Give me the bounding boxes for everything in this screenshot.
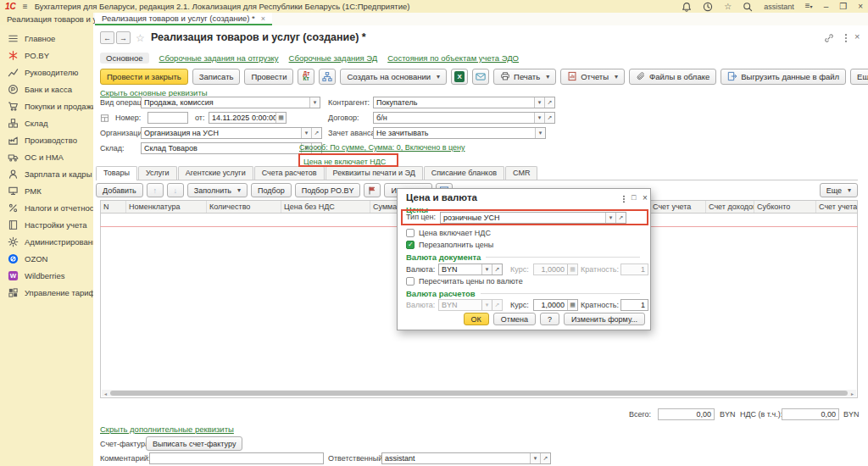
dropdown-icon[interactable]: ▾ xyxy=(301,128,311,138)
calculator-icon[interactable]: ▦ xyxy=(567,300,577,310)
col-quantity[interactable]: Количество xyxy=(207,201,281,213)
excel-export-button[interactable]: X xyxy=(451,69,468,85)
recalc-prices-label[interactable]: Пересчитать цены по валюте xyxy=(419,276,523,287)
sidebar-item-os-nma[interactable]: ОС и НМА xyxy=(0,148,93,165)
sidebar-item-purchases-sales[interactable]: Покупки и продажи xyxy=(0,97,93,114)
scroll-left-icon[interactable]: ◂ xyxy=(102,391,109,397)
price-includes-vat-checkbox[interactable] xyxy=(406,229,415,237)
sidebar-item-accounting-settings[interactable]: Настройки учета xyxy=(0,216,93,233)
show-entries-dtkt-button[interactable]: ДтКт xyxy=(298,69,314,85)
sidebar-item-poby[interactable]: PO.BY xyxy=(0,47,93,64)
dropdown-icon[interactable]: ▾ xyxy=(309,97,320,108)
operation-type-field[interactable]: Продажа, комиссия ▾ xyxy=(141,97,320,108)
issue-invoice-button[interactable]: Выписать счет-фактуру xyxy=(146,436,242,451)
ok-button[interactable]: ОК xyxy=(464,313,489,325)
cancel-button[interactable]: Отмена xyxy=(493,313,536,325)
sidebar-item-manager[interactable]: Руководителю xyxy=(0,64,93,80)
back-button[interactable]: ← xyxy=(100,31,114,44)
minimize-icon[interactable]: – xyxy=(824,3,829,11)
number-settings-icon[interactable] xyxy=(100,114,109,123)
sidebar-item-ozon[interactable]: OZON xyxy=(0,250,93,267)
dropdown-icon[interactable]: ▾ xyxy=(535,128,545,138)
contract-field[interactable]: б/н ▾ ↗ xyxy=(373,112,555,124)
calendar-icon[interactable]: ▦ xyxy=(275,113,286,123)
col-vat-account[interactable]: Счет учета НДС xyxy=(816,201,857,213)
move-row-up-button[interactable]: ↑ xyxy=(147,183,164,197)
col-subconto[interactable]: Субконто xyxy=(754,201,816,213)
current-user[interactable]: assistant xyxy=(764,3,794,11)
tab-print-requisites[interactable]: Реквизиты печати и ЭД xyxy=(326,166,423,180)
table-more-button[interactable]: Еще xyxy=(820,183,858,197)
history-icon[interactable] xyxy=(703,2,713,12)
open-icon[interactable]: ↗ xyxy=(544,113,554,123)
dropdown-icon[interactable]: ▾ xyxy=(530,453,540,463)
nav-assembly-shipment-link[interactable]: Сборочные задания на отгрузку xyxy=(159,53,279,63)
horizontal-scrollbar[interactable]: ◂ ▸ xyxy=(102,390,856,397)
col-account[interactable]: Счет учета xyxy=(650,201,706,213)
sidebar-item-tariff[interactable]: Управление тарифом xyxy=(0,284,93,301)
favorites-star-icon[interactable]: ☆ xyxy=(724,3,732,11)
sidebar-item-taxes[interactable]: Налоги и отчетность xyxy=(0,199,93,216)
dialog-help-button[interactable]: ? xyxy=(540,313,559,325)
scroll-right-icon[interactable]: ▸ xyxy=(849,391,856,397)
create-based-on-button[interactable]: Создать на основании xyxy=(340,69,447,85)
refill-prices-checkbox[interactable] xyxy=(406,241,415,249)
dropdown-icon[interactable]: ▾ xyxy=(534,113,544,123)
nav-assembly-ed-link[interactable]: Сборочные задания ЭД xyxy=(289,53,378,63)
reports-button[interactable]: Отчеты xyxy=(560,69,625,85)
tab-realization-create[interactable]: Реализация товаров и услуг (создание) * … xyxy=(95,13,272,25)
organization-field[interactable]: Организация на УСН ▾ ↗ xyxy=(141,127,322,139)
counterparty-field[interactable]: Покупатель ▾ ↗ xyxy=(373,97,555,108)
pick-button[interactable]: Подбор xyxy=(251,183,292,197)
get-link-icon[interactable] xyxy=(824,33,834,43)
tab-goods[interactable]: Товары xyxy=(96,166,137,180)
date-field[interactable]: 14.11.2025 0:00:00 ▦ xyxy=(209,112,287,124)
post-and-close-button[interactable]: Провести и закрыть xyxy=(100,69,188,85)
print-button[interactable]: Печать xyxy=(493,69,556,85)
send-email-button[interactable] xyxy=(472,69,489,85)
sidebar-item-warehouse[interactable]: Склад xyxy=(0,114,93,131)
sidebar-item-wildberries[interactable]: W Wildberries xyxy=(0,267,93,284)
dropdown-icon[interactable]: ▾ xyxy=(481,264,492,275)
sidebar-item-bank-cash[interactable]: Банк и касса xyxy=(0,80,93,97)
tab-blank-writeoff[interactable]: Списание бланков xyxy=(424,166,504,180)
sidebar-item-administration[interactable]: Администрирование xyxy=(0,233,93,250)
calc-rate-field[interactable]: 1,0000 ▦ xyxy=(533,299,578,311)
scrollbar-thumb[interactable] xyxy=(110,391,848,396)
sidebar-item-production[interactable]: Производство xyxy=(0,131,93,148)
tab-settlement-accounts[interactable]: Счета расчетов xyxy=(254,166,325,180)
open-icon[interactable]: ↗ xyxy=(492,264,502,275)
number-field[interactable] xyxy=(147,112,188,124)
document-structure-button[interactable] xyxy=(319,69,336,85)
main-menu-icon[interactable]: ≡ xyxy=(23,3,28,11)
calc-multiplicity-field[interactable]: 1 xyxy=(620,299,648,311)
refill-prices-label[interactable]: Перезаполнить цены xyxy=(419,240,493,251)
pick-poby-button[interactable]: Подбор PO.BY xyxy=(295,183,361,197)
change-form-button[interactable]: Изменить форму... xyxy=(564,313,645,325)
tab-close-icon[interactable]: × xyxy=(261,14,265,23)
col-nomenclature[interactable]: Номенклатура xyxy=(126,201,207,213)
add-row-button[interactable]: Добавить xyxy=(96,183,143,197)
sidebar-item-salary-hr[interactable]: Зарплата и кадры xyxy=(0,165,93,182)
tab-agent-services[interactable]: Агентские услуги xyxy=(178,166,253,180)
close-form-icon[interactable]: × xyxy=(854,31,860,42)
open-icon[interactable]: ↗ xyxy=(540,453,550,463)
warehouse-field[interactable]: Склад Товаров ▾ ↗ xyxy=(141,142,322,154)
col-n[interactable]: N xyxy=(101,201,126,213)
favorite-star-icon[interactable]: ☆ xyxy=(136,32,145,44)
dialog-maximize-icon[interactable]: □ xyxy=(632,193,636,202)
comment-field[interactable] xyxy=(149,452,324,464)
open-icon[interactable]: ↗ xyxy=(311,128,321,138)
service-menu-icon[interactable]: ≡▾ xyxy=(805,2,813,11)
doc-currency-field[interactable]: BYN ▾ ↗ xyxy=(438,264,503,275)
dialog-more-icon[interactable] xyxy=(620,195,628,203)
open-icon[interactable]: ↗ xyxy=(544,97,554,108)
advance-offset-field[interactable]: Не зачитывать ▾ xyxy=(373,127,546,139)
sidebar-item-main[interactable]: Главное xyxy=(0,30,93,47)
dialog-close-icon[interactable]: × xyxy=(643,193,648,202)
dropdown-icon[interactable]: ▾ xyxy=(534,97,544,108)
close-window-icon[interactable]: × xyxy=(858,3,863,11)
nav-edo-states-link[interactable]: Состояния по объектам учета ЭДО xyxy=(387,53,519,63)
cloud-files-button[interactable]: Файлы в облаке xyxy=(629,69,716,85)
tab-cmr[interactable]: CMR xyxy=(505,166,538,180)
